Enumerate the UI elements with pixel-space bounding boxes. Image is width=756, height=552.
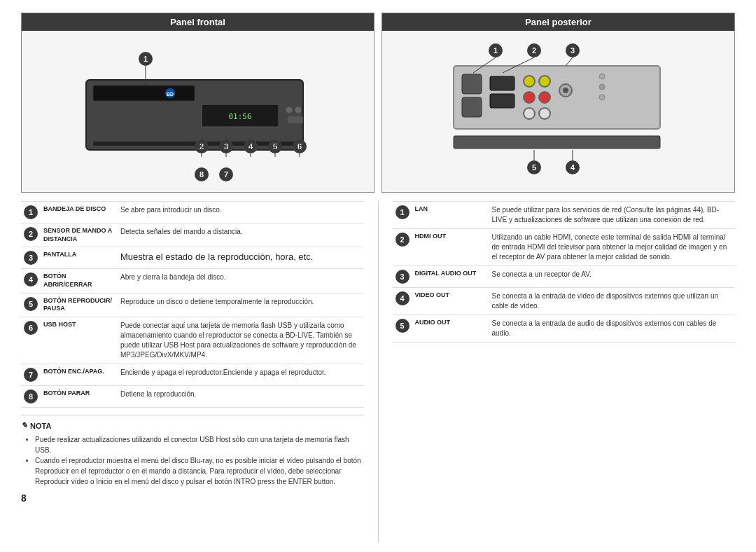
number-badge: 6 — [24, 321, 38, 335]
svg-point-7 — [295, 106, 302, 113]
svg-point-39 — [524, 108, 535, 119]
notes-title: ✎ NOTA — [21, 421, 364, 430]
svg-point-42 — [539, 108, 550, 119]
feature-label: BOTÓN ENC./APAG. — [41, 364, 118, 386]
feature-desc: Detecta señales del mando a distancia. — [118, 223, 364, 247]
svg-text:4: 4 — [570, 163, 575, 172]
svg-point-47 — [599, 95, 605, 100]
front-features-section: 1BANDEJA DE DISCOSe abre para introducir… — [21, 201, 364, 542]
section-divider — [378, 201, 379, 542]
svg-rect-48 — [454, 136, 660, 149]
rear-features-section: 1LANSe puede utilizar para los servicios… — [393, 201, 736, 542]
list-item: Puede realizar actualizaciones utilizand… — [35, 434, 364, 455]
row-number: 1 — [393, 202, 412, 229]
svg-point-40 — [539, 76, 550, 87]
page: Panel frontal BD 01:56 — [0, 0, 756, 552]
row-number: 4 — [393, 288, 412, 315]
table-row: 7BOTÓN ENC./APAG.Enciende y apaga el rep… — [21, 364, 364, 386]
rear-panel-header: Panel posterior — [382, 13, 734, 31]
feature-label: USB HOST — [41, 317, 118, 364]
number-badge: 1 — [24, 205, 38, 219]
svg-rect-34 — [462, 97, 482, 117]
feature-desc: Abre y cierra la bandeja del disco. — [118, 269, 364, 293]
feature-desc: Enciende y apaga el reproductor.Enciende… — [118, 364, 364, 386]
feature-desc: Puede conectar aquí una tarjeta de memor… — [118, 317, 364, 364]
feature-label: BANDEJA DE DISCO — [41, 202, 118, 223]
feature-label: BOTÓN REPRODUCIR/ PAUSA — [41, 293, 118, 317]
feature-desc: Utilizando un cable HDMI, conecte este t… — [489, 229, 736, 266]
front-panel-header: Panel frontal — [22, 13, 374, 31]
row-number: 8 — [21, 386, 41, 408]
number-badge: 3 — [24, 251, 38, 265]
feature-label: LAN — [412, 202, 489, 229]
number-badge: 5 — [396, 319, 410, 333]
svg-rect-8 — [288, 116, 303, 123]
feature-desc: Se conecta a un receptor de AV. — [489, 266, 736, 288]
svg-point-6 — [286, 106, 293, 113]
rear-panel-diagram: 1 2 3 5 4 — [426, 38, 692, 185]
table-row: 3DIGITAL AUDIO OUTSe conecta a un recept… — [393, 266, 736, 288]
svg-text:7: 7 — [223, 170, 227, 179]
top-section: Panel frontal BD 01:56 — [21, 13, 735, 193]
feature-label: PANTALLA — [41, 247, 118, 269]
number-badge: 4 — [24, 272, 38, 287]
number-badge: 3 — [396, 270, 410, 284]
row-number: 3 — [393, 266, 412, 288]
svg-text:8: 8 — [199, 170, 203, 179]
table-row: 8BOTÓN PARARDetiene la reproducción. — [21, 386, 364, 408]
notes-label: NOTA — [30, 422, 51, 430]
table-row: 2HDMI OUTUtilizando un cable HDMI, conec… — [393, 229, 736, 266]
feature-desc: Se conecta a la entrada de audio de disp… — [489, 315, 736, 343]
table-row: 2SENSOR DE MANDO A DISTANCIADetecta seña… — [21, 223, 364, 247]
number-badge: 8 — [24, 389, 38, 403]
table-row: 4VIDEO OUTSe conecta a la entrada de víd… — [393, 288, 736, 315]
svg-rect-9 — [93, 142, 296, 146]
row-number: 7 — [21, 364, 41, 386]
svg-text:1: 1 — [143, 55, 147, 63]
notes-list: Puede realizar actualizaciones utilizand… — [21, 434, 364, 487]
svg-point-38 — [524, 92, 535, 103]
feature-desc: Muestra el estado de la reproducción, ho… — [118, 247, 364, 269]
svg-text:3: 3 — [570, 46, 574, 55]
feature-desc: Detiene la reproducción. — [118, 386, 364, 408]
number-badge: 2 — [24, 227, 38, 241]
notes-symbol: ✎ — [21, 421, 27, 430]
feature-label: AUDIO OUT — [412, 315, 489, 343]
svg-rect-36 — [490, 94, 514, 108]
row-number: 4 — [21, 269, 41, 293]
middle-section: 1BANDEJA DE DISCOSe abre para introducir… — [21, 201, 735, 542]
svg-text:5: 5 — [531, 163, 536, 172]
table-row: 5AUDIO OUTSe conecta a la entrada de aud… — [393, 315, 736, 343]
feature-label: SENSOR DE MANDO A DISTANCIA — [41, 223, 118, 247]
front-panel: Panel frontal BD 01:56 — [21, 13, 374, 193]
svg-rect-32 — [454, 66, 660, 129]
svg-point-41 — [539, 92, 550, 103]
svg-rect-33 — [462, 74, 482, 94]
svg-point-44 — [563, 88, 568, 93]
table-row: 1LANSe puede utilizar para los servicios… — [393, 202, 736, 229]
number-badge: 1 — [396, 205, 410, 219]
row-number: 2 — [21, 223, 41, 247]
table-row: 1BANDEJA DE DISCOSe abre para introducir… — [21, 202, 364, 223]
front-features-table: 1BANDEJA DE DISCOSe abre para introducir… — [21, 201, 364, 408]
feature-label: HDMI OUT — [412, 229, 489, 266]
row-number: 5 — [21, 293, 41, 317]
svg-text:2: 2 — [531, 46, 536, 55]
svg-rect-35 — [490, 76, 514, 90]
feature-desc: Reproduce un disco o detiene temporalmen… — [118, 293, 364, 317]
svg-line-57 — [566, 57, 573, 66]
svg-text:01:56: 01:56 — [228, 112, 251, 121]
number-badge: 7 — [24, 368, 38, 382]
rear-features-table: 1LANSe puede utilizar para los servicios… — [393, 201, 736, 343]
row-number: 3 — [21, 247, 41, 269]
number-badge: 5 — [24, 297, 38, 311]
feature-desc: Se puede utilizar para los servicios de … — [489, 202, 736, 229]
feature-label: VIDEO OUT — [412, 288, 489, 315]
svg-text:BD: BD — [166, 92, 173, 97]
row-number: 1 — [21, 202, 41, 223]
table-row: 6USB HOSTPuede conectar aquí una tarjeta… — [21, 317, 364, 364]
front-panel-body: BD 01:56 1 2 — [22, 31, 374, 192]
feature-desc: Se conecta a la entrada de vídeo de disp… — [489, 288, 736, 315]
svg-point-37 — [524, 76, 535, 87]
table-row: 4BOTÓN ABRIR/CERRARAbre y cierra la band… — [21, 269, 364, 293]
